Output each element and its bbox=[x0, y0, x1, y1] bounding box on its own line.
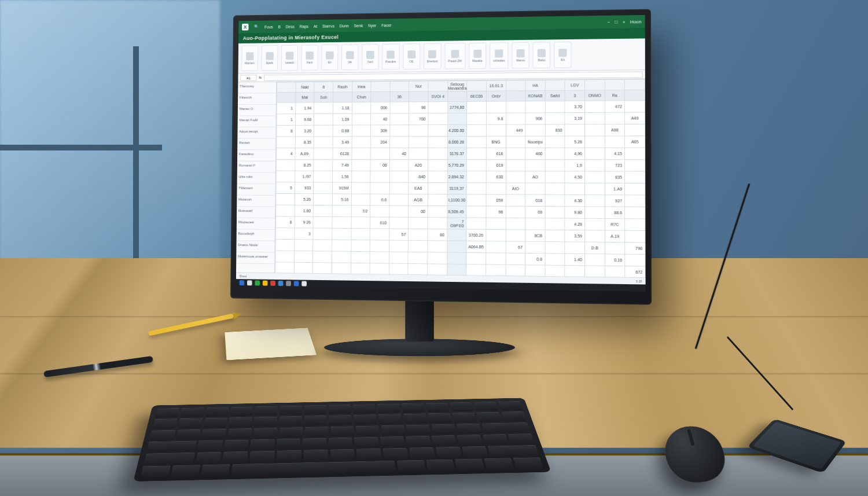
cell[interactable] bbox=[525, 265, 545, 277]
cell[interactable] bbox=[525, 160, 545, 171]
cell[interactable]: A064.B5 bbox=[466, 241, 486, 253]
cell[interactable] bbox=[545, 241, 565, 253]
cell[interactable] bbox=[277, 137, 295, 148]
ribbon-group[interactable]: Dirertont bbox=[424, 43, 442, 69]
column-header[interactable] bbox=[605, 79, 625, 90]
cell[interactable] bbox=[389, 194, 409, 205]
cell[interactable]: 3119,37 bbox=[447, 183, 467, 194]
keyboard-key[interactable] bbox=[377, 403, 401, 413]
cell[interactable] bbox=[585, 171, 605, 183]
sheet-tab[interactable]: Sheet bbox=[240, 274, 247, 278]
keyboard-key[interactable] bbox=[329, 405, 351, 414]
cell[interactable]: BNG bbox=[486, 136, 506, 148]
cell[interactable] bbox=[625, 219, 645, 231]
keyboard-key[interactable] bbox=[432, 435, 457, 446]
cell[interactable] bbox=[625, 195, 645, 207]
minimize-button[interactable]: − bbox=[608, 19, 610, 24]
nav-row[interactable]: Booodarph bbox=[237, 229, 275, 241]
cell[interactable] bbox=[409, 240, 428, 252]
cell[interactable] bbox=[466, 160, 486, 171]
cell[interactable] bbox=[409, 148, 428, 160]
keyboard-key[interactable] bbox=[201, 429, 226, 439]
cell[interactable] bbox=[313, 240, 332, 251]
cell[interactable] bbox=[294, 262, 313, 274]
cell[interactable]: 933 bbox=[295, 182, 314, 194]
cell[interactable] bbox=[625, 171, 645, 183]
menu-item[interactable]: Dess bbox=[286, 24, 295, 28]
cell[interactable]: 6128 bbox=[333, 148, 352, 160]
cell[interactable]: A.69 bbox=[295, 148, 314, 160]
cell[interactable] bbox=[466, 171, 486, 183]
cell[interactable] bbox=[545, 113, 565, 124]
cell[interactable]: 1.40 bbox=[565, 253, 584, 266]
cell[interactable] bbox=[351, 251, 370, 263]
column-header[interactable]: Onbr bbox=[486, 91, 506, 101]
ribbon-group[interactable]: Manvs bbox=[512, 42, 529, 68]
cell[interactable]: 840 bbox=[409, 171, 428, 182]
menu-item[interactable]: Nyer bbox=[368, 23, 376, 27]
cell[interactable] bbox=[506, 101, 525, 113]
cell[interactable] bbox=[486, 241, 506, 253]
cell[interactable] bbox=[506, 171, 525, 183]
cell[interactable] bbox=[585, 124, 605, 136]
keyboard-key[interactable] bbox=[330, 449, 355, 460]
keyboard-key[interactable] bbox=[457, 435, 483, 445]
cell[interactable] bbox=[314, 159, 333, 171]
keyboard-key[interactable] bbox=[406, 424, 431, 435]
cell[interactable]: 80 bbox=[428, 229, 447, 241]
taskbar-item[interactable] bbox=[286, 281, 291, 286]
keyboard-key[interactable] bbox=[432, 424, 457, 434]
cell[interactable]: 8,509.45 bbox=[447, 206, 467, 218]
cell[interactable]: 018 bbox=[525, 194, 545, 206]
cell[interactable]: 4 bbox=[276, 148, 295, 160]
cell[interactable] bbox=[585, 218, 605, 230]
cell[interactable] bbox=[428, 137, 447, 148]
keyboard-key[interactable] bbox=[196, 452, 222, 464]
cell[interactable]: 7/2 bbox=[351, 205, 370, 217]
cell[interactable]: EA0 bbox=[409, 182, 428, 194]
cell[interactable] bbox=[428, 113, 447, 125]
cell[interactable]: 006 bbox=[371, 102, 390, 113]
cell[interactable] bbox=[408, 252, 427, 263]
taskbar-item[interactable] bbox=[301, 281, 307, 286]
cell[interactable] bbox=[625, 148, 645, 159]
cell[interactable]: 927 bbox=[605, 195, 625, 207]
cell[interactable]: 8 bbox=[277, 125, 295, 137]
keyboard-key[interactable] bbox=[455, 458, 484, 470]
column-header[interactable] bbox=[545, 80, 565, 90]
column-header[interactable]: LGV bbox=[565, 80, 584, 90]
cell[interactable] bbox=[332, 251, 351, 263]
nav-row[interactable]: Uitie rokn bbox=[237, 172, 275, 184]
column-header[interactable]: ONMO bbox=[585, 90, 605, 101]
keyboard-key[interactable] bbox=[356, 449, 382, 460]
nav-row[interactable]: Faravilino bbox=[237, 150, 275, 161]
cell[interactable]: A.19 bbox=[605, 230, 625, 243]
keyboard-key[interactable] bbox=[253, 428, 277, 438]
cell[interactable]: 8 bbox=[275, 216, 295, 228]
cell[interactable]: 449 bbox=[506, 124, 525, 136]
taskbar-item[interactable] bbox=[278, 281, 284, 286]
nav-row[interactable]: Rantert bbox=[237, 139, 275, 150]
cell[interactable]: D.B bbox=[585, 242, 605, 254]
cell[interactable] bbox=[351, 217, 370, 229]
cell[interactable] bbox=[428, 159, 447, 171]
cell[interactable] bbox=[545, 265, 565, 277]
taskbar-item[interactable] bbox=[294, 281, 299, 286]
ribbon-group[interactable]: OE bbox=[403, 43, 420, 69]
ribbon-group[interactable]: Epels bbox=[262, 45, 278, 71]
cell[interactable] bbox=[545, 148, 565, 159]
cell[interactable]: 5,770.29 bbox=[447, 160, 467, 171]
cell[interactable] bbox=[466, 194, 486, 206]
cell[interactable]: 630 bbox=[486, 171, 506, 183]
cell[interactable] bbox=[525, 124, 545, 136]
cell[interactable] bbox=[486, 124, 506, 136]
search-icon[interactable]: 🔍 bbox=[254, 24, 259, 29]
keyboard-key[interactable] bbox=[354, 437, 379, 448]
cell[interactable] bbox=[447, 252, 466, 264]
cell[interactable] bbox=[314, 148, 333, 160]
cell[interactable] bbox=[351, 171, 370, 182]
cell[interactable] bbox=[585, 195, 605, 207]
keyboard-key[interactable] bbox=[230, 407, 253, 417]
keyboard-key[interactable] bbox=[381, 425, 405, 435]
cell[interactable] bbox=[605, 112, 625, 124]
